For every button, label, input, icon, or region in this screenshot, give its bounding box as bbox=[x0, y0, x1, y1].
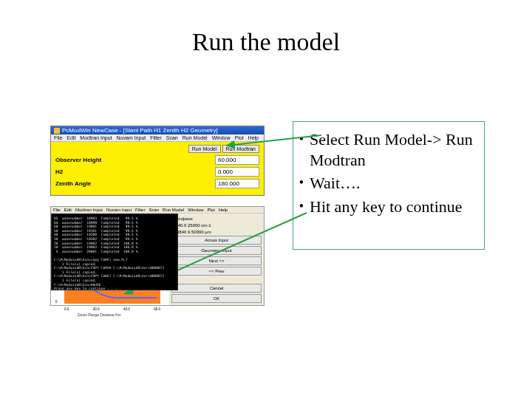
menu-scan[interactable]: Scan bbox=[166, 135, 178, 140]
window-title: PcModWin NewCase - [Slant Path H1 Zenith… bbox=[62, 127, 218, 134]
slide-title: Run the model bbox=[0, 28, 532, 56]
xtick: 40.0 bbox=[123, 307, 130, 311]
menu-run-model[interactable]: Run Model bbox=[183, 135, 208, 140]
menu-run-model[interactable]: Run Model bbox=[163, 208, 184, 212]
app-icon bbox=[54, 128, 60, 134]
instructions: • Select Run Model-> Run Modtran • Wait…… bbox=[293, 121, 485, 250]
ok-button[interactable]: OK bbox=[171, 294, 262, 303]
form-panel: Run Model Run Modtran Observer Height 60… bbox=[51, 142, 264, 195]
bullet-dot: • bbox=[293, 173, 310, 192]
screenshots-column: PcModWin NewCase - [Slant Path H1 Zenith… bbox=[50, 126, 265, 306]
menu-window[interactable]: Window bbox=[188, 208, 203, 212]
menu-help[interactable]: Help bbox=[219, 208, 228, 212]
side-buttons: Bandpass 3440.0 25000 cm-1 2.3840 9.5000… bbox=[169, 214, 264, 305]
menu-edit[interactable]: Edit bbox=[64, 208, 72, 212]
atmos-input-button[interactable]: Atmos Input bbox=[171, 236, 262, 245]
menu-scan[interactable]: Scan bbox=[149, 208, 159, 212]
menu-plot[interactable]: Plot bbox=[207, 208, 214, 212]
observer-height-input[interactable]: 60.000 bbox=[215, 155, 259, 165]
menu-novam-input[interactable]: Novam Input bbox=[106, 208, 132, 212]
menu-file[interactable]: File bbox=[53, 208, 61, 212]
menu-plot[interactable]: Plot bbox=[235, 135, 244, 140]
console-output: 65 wavenumber 18903 Completed 99.5 % 64 … bbox=[51, 214, 178, 290]
menu-filter[interactable]: Filter bbox=[150, 135, 162, 140]
menubar: File Edit Modtran Input Novam Input Filt… bbox=[51, 207, 264, 214]
menu-window[interactable]: Window bbox=[212, 135, 231, 140]
next-button[interactable]: Next >> bbox=[171, 256, 262, 265]
bullet: • Wait…. bbox=[293, 173, 478, 194]
chart-and-console-area: 0.0 20.0 40.0 60.0 0 2 4 6 Down Range Di… bbox=[51, 214, 169, 305]
chart-xlabel: Down Range Distance Km bbox=[78, 313, 121, 317]
progress-window: File Edit Modtran Input Novam Input Filt… bbox=[50, 206, 265, 306]
zenith-angle-input[interactable]: 180.000 bbox=[215, 179, 259, 188]
geometry-input-button[interactable]: Geometry Input bbox=[171, 246, 262, 255]
menu-modtran-input[interactable]: Modtran Input bbox=[80, 135, 112, 140]
xtick: 0.0 bbox=[64, 307, 69, 311]
cancel-button[interactable]: Cancel bbox=[171, 284, 262, 293]
bullet-text: Hit any key to continue bbox=[310, 197, 478, 217]
h2-label: H2 bbox=[55, 168, 215, 175]
zenith-angle-label: Zenith Angle bbox=[55, 180, 215, 187]
menu-help[interactable]: Help bbox=[248, 135, 259, 140]
bullet-dot: • bbox=[293, 197, 310, 216]
menu-novam-input[interactable]: Novam Input bbox=[117, 135, 146, 140]
menu-edit[interactable]: Edit bbox=[66, 135, 75, 140]
bullet-text: Select Run Model-> Run Modtran bbox=[310, 129, 478, 170]
menu-modtran-input[interactable]: Modtran Input bbox=[75, 208, 103, 212]
ytick: 0 bbox=[55, 300, 58, 304]
chart-xticks: 0.0 20.0 40.0 60.0 bbox=[64, 307, 160, 311]
bandpass-label: Bandpass bbox=[171, 216, 262, 221]
bullet-text: Wait…. bbox=[310, 173, 478, 194]
prev-button[interactable]: << Prev bbox=[171, 267, 262, 276]
observer-height-label: Observer Height bbox=[55, 157, 215, 163]
h2-input[interactable]: 0.000 bbox=[215, 167, 259, 177]
bandpass-value-um: 2.3840 9.50000 µm bbox=[171, 229, 262, 234]
bullet-dot: • bbox=[293, 129, 310, 149]
xtick: 20.0 bbox=[93, 307, 100, 311]
titlebar: PcModWin NewCase - [Slant Path H1 Zenith… bbox=[51, 126, 264, 134]
menu-filter[interactable]: Filter bbox=[135, 208, 145, 212]
pcmodwin-window: PcModWin NewCase - [Slant Path H1 Zenith… bbox=[50, 126, 265, 196]
bandpass-value-cm: 3440.0 25000 cm-1 bbox=[171, 222, 262, 228]
bullet: • Hit any key to continue bbox=[293, 197, 478, 217]
run-modtran-button[interactable]: Run Modtran bbox=[222, 145, 259, 153]
menubar: File Edit Modtran Input Novam Input Filt… bbox=[51, 134, 264, 142]
bullet: • Select Run Model-> Run Modtran bbox=[293, 129, 478, 170]
run-model-button[interactable]: Run Model bbox=[188, 145, 221, 153]
xtick: 60.0 bbox=[154, 307, 160, 311]
menu-file[interactable]: File bbox=[54, 135, 62, 140]
